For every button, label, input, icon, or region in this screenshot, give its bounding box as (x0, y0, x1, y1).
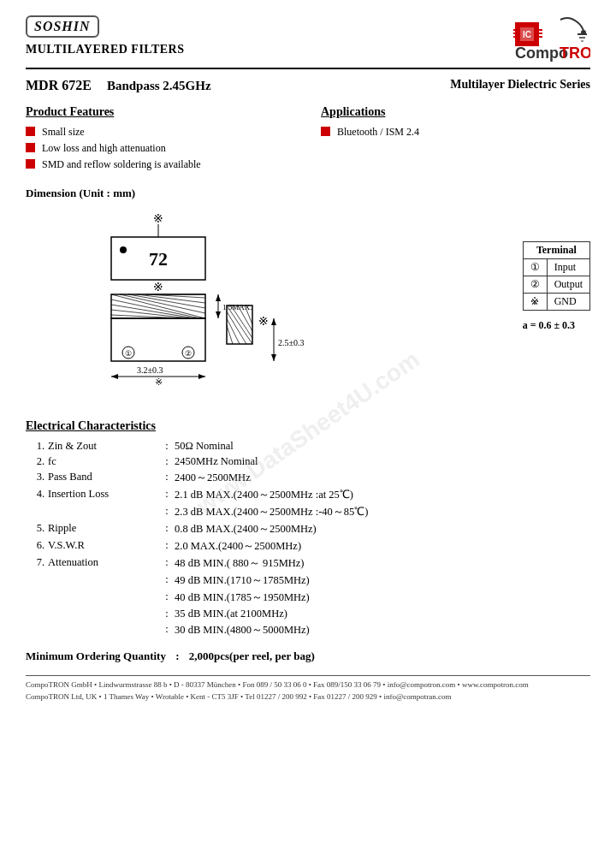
app-bullet-1 (321, 127, 330, 136)
min-order: Minimum Ordering Quantity : 2,000pcs(per… (26, 650, 590, 663)
elec-num-2: 2. (26, 455, 48, 468)
elec-colon-4: : (159, 488, 175, 502)
min-order-label: Minimum Ordering Quantity (26, 650, 166, 662)
elec-colon-2: : (159, 455, 175, 468)
elec-row-7c: : 40 dB MIN.(1785～1950MHz) (26, 590, 590, 605)
elec-value-3: 2400～2500MHz (175, 471, 590, 485)
bullet-2 (26, 143, 35, 152)
elec-num-3: 3. (26, 471, 48, 485)
feature-text-3: SMD and reflow soldering is available (42, 158, 201, 171)
elec-value-7e: 30 dB MIN.(4800～5000MHz) (175, 623, 590, 638)
elec-colon-3: : (159, 471, 175, 485)
svg-point-18 (120, 246, 127, 253)
elec-row-3: 3. Pass Band : 2400～2500MHz (26, 471, 590, 485)
terminal-label-2: Output (547, 276, 589, 294)
elec-value-7d: 35 dB MIN.(at 2100MHz) (175, 608, 590, 620)
product-title-row: MDR 672E Bandpass 2.45GHz Multilayer Die… (26, 78, 590, 93)
elec-num-4b (26, 505, 48, 519)
elec-colon-7b: : (159, 573, 175, 588)
svg-text:TRON: TRON (560, 44, 590, 62)
min-order-value: 2,000pcs(per reel, per bag) (189, 650, 315, 662)
elec-num-1: 1. (26, 440, 48, 453)
elec-row-7: 7. Attenuation : 48 dB MIN.( 880～ 915MHz… (26, 556, 590, 571)
svg-text:①: ① (125, 349, 132, 358)
svg-text:1.5MAX.: 1.5MAX. (222, 303, 252, 311)
footer-divider (26, 675, 590, 676)
elec-num-7d (26, 608, 48, 620)
elec-row-1: 1. Zin & Zout : 50Ω Nominal (26, 440, 590, 453)
features-title: Product Features (26, 105, 295, 119)
dimension-svg: ※ 72 ※ (26, 207, 317, 404)
elec-row-7b: : 49 dB MIN.(1710～1785MHz) (26, 573, 590, 588)
elec-name-7b (48, 573, 159, 588)
elec-value-2: 2450MHz Nominal (175, 455, 590, 468)
terminal-label-3: GND (547, 294, 589, 311)
applications-title: Applications (321, 105, 590, 119)
terminal-row-1: ① Input (523, 259, 589, 276)
elec-colon-7c: : (159, 590, 175, 605)
elec-colon-5: : (159, 522, 175, 537)
dimension-diagram: ※ 72 ※ (26, 207, 506, 407)
svg-marker-52 (198, 374, 205, 379)
elec-value-7: 48 dB MIN.( 880～ 915MHz) (175, 556, 590, 571)
elec-name-7e (48, 623, 159, 638)
terminal-row-3: ※ GND (523, 294, 589, 311)
electrical-section: Electrical Characteristics 1. Zin & Zout… (26, 419, 590, 638)
footer-line-1: CompoTRON GmbH • Lindwurmstrasse 88 b • … (26, 679, 590, 691)
dimension-title: Dimension (Unit : mm) (26, 187, 590, 200)
series-name: Multilayer Dielectric Series (450, 78, 590, 93)
min-order-colon: : (175, 650, 179, 662)
svg-text:※: ※ (153, 212, 163, 225)
elec-colon-7d: : (159, 608, 175, 620)
feature-item-1: Small size (26, 126, 295, 139)
svg-text:※: ※ (258, 315, 269, 328)
compotron-icon: IC Compo TRON (513, 15, 590, 62)
elec-name-2: fc (48, 455, 159, 468)
feature-item-2: Low loss and high attenuation (26, 142, 295, 155)
elec-num-7c (26, 590, 48, 605)
applications-col: Applications Bluetooth / ISM 2.4 (321, 105, 590, 175)
application-item-1: Bluetooth / ISM 2.4 (321, 126, 590, 139)
terminal-row-2: ② Output (523, 276, 589, 294)
elec-num-5: 5. (26, 522, 48, 537)
electrical-table: 1. Zin & Zout : 50Ω Nominal 2. fc : 2450… (26, 440, 590, 638)
elec-value-7c: 40 dB MIN.(1785～1950MHz) (175, 590, 590, 605)
footer-line-2: CompoTRON Ltd, UK • 1 Thames Way • Wrota… (26, 691, 590, 703)
elec-colon-1: : (159, 440, 175, 453)
compotron-logo: IC Compo TRON (513, 15, 590, 62)
terminal-num-1: ① (523, 259, 547, 276)
svg-text:※: ※ (153, 281, 163, 294)
elec-colon-7e: : (159, 623, 175, 638)
bullet-1 (26, 127, 35, 136)
elec-row-5: 5. Ripple : 0.8 dB MAX.(2400～2500MHz) (26, 522, 590, 537)
footer-text: CompoTRON GmbH • Lindwurmstrasse 88 b • … (26, 679, 590, 703)
elec-name-4b (48, 505, 159, 519)
svg-text:72: 72 (149, 248, 168, 270)
svg-line-29 (111, 305, 195, 318)
bandpass-label: Bandpass 2.45GHz (107, 79, 211, 93)
svg-text:②: ② (185, 349, 192, 358)
elec-value-4: 2.1 dB MAX.(2400～2500MHz :at 25℃) (175, 488, 590, 502)
svg-line-42 (227, 311, 246, 344)
svg-text:2.5±0.3: 2.5±0.3 (278, 338, 305, 347)
elec-name-7c (48, 590, 159, 605)
electrical-title: Electrical Characteristics (26, 419, 590, 433)
elec-row-7e: : 30 dB MIN.(4800～5000MHz) (26, 623, 590, 638)
elec-num-7: 7. (26, 556, 48, 571)
elec-name-6: V.S.W.R (48, 539, 159, 554)
elec-name-5: Ripple (48, 522, 159, 537)
feature-text-1: Small size (42, 126, 85, 139)
terminal-num-3: ※ (523, 294, 547, 311)
multilayered-label: MULTILAYERED FILTERS (26, 43, 184, 56)
elec-row-2: 2. fc : 2450MHz Nominal (26, 455, 590, 468)
svg-text:IC: IC (523, 30, 531, 39)
terminal-table: Terminal ① Input ② Output ※ GND (523, 241, 590, 311)
svg-marker-57 (271, 354, 276, 361)
elec-num-6: 6. (26, 539, 48, 554)
elec-value-4b: 2.3 dB MAX.(2400～2500MHz :-40～85℃) (175, 505, 590, 519)
terminal-section: Terminal ① Input ② Output ※ GND a (523, 241, 590, 332)
elec-colon-6: : (159, 539, 175, 554)
elec-name-7: Attenuation (48, 556, 159, 571)
elec-num-7e (26, 623, 48, 638)
terminal-header: Terminal (523, 242, 589, 259)
